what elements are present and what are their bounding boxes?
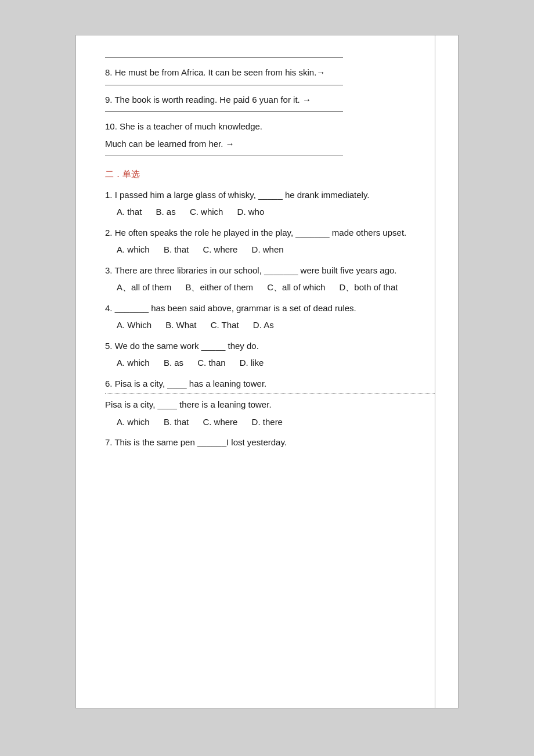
- q8-text: 8. He must be from Africa. It can be see…: [105, 65, 435, 80]
- mc2-option-a: A. which: [117, 242, 150, 257]
- mc2-text: 2. He often speaks the role he played in…: [105, 225, 435, 240]
- mc6-option-b: B. that: [164, 415, 189, 430]
- q9-line: [105, 111, 343, 112]
- mc-question-2: 2. He often speaks the role he played in…: [105, 225, 435, 257]
- mc5-option-b: B. as: [164, 355, 183, 370]
- mc3-option-a: A、all of them: [117, 280, 171, 295]
- mc3-option-c: C、all of which: [267, 280, 325, 295]
- mc6-line2: Pisa is a city, ____ there is a leaning …: [105, 397, 435, 412]
- mc6-options: A. which B. that C. where D. there: [117, 415, 435, 430]
- mc5-option-d: D. like: [240, 355, 264, 370]
- mc1-option-a: A. that: [117, 204, 142, 219]
- mc-question-7: 7. This is the same pen ______I lost yes…: [105, 435, 435, 450]
- mc-question-6: 6. Pisa is a city, ____ has a leaning to…: [105, 376, 435, 430]
- mc6-dotted-line: [105, 393, 435, 394]
- mc-question-3: 3. There are three libraries in our scho…: [105, 263, 435, 295]
- mc-question-5: 5. We do the same work _____ they do. A.…: [105, 339, 435, 370]
- mc7-text: 7. This is the same pen ______I lost yes…: [105, 435, 435, 450]
- mc4-option-a: A. Which: [117, 318, 151, 333]
- mc6-option-c: C. where: [203, 415, 237, 430]
- mc1-option-d: D. who: [237, 204, 265, 219]
- mc4-option-c: C. That: [211, 318, 239, 333]
- mc4-text: 4. _______ has been said above, grammar …: [105, 301, 435, 316]
- mc4-options: A. Which B. What C. That D. As: [117, 318, 435, 333]
- q10-line1: 10. She is a teacher of much knowledge.: [105, 119, 435, 134]
- mc2-option-c: C. where: [203, 242, 237, 257]
- mc5-option-c: C. than: [197, 355, 225, 370]
- mc3-options: A、all of them B、either of them C、all of …: [117, 280, 435, 295]
- q10-line: [105, 156, 343, 156]
- mc4-option-d: D. As: [253, 318, 274, 333]
- mc3-text: 3. There are three libraries in our scho…: [105, 263, 435, 278]
- right-margin-bar: [435, 35, 458, 708]
- mc-question-4: 4. _______ has been said above, grammar …: [105, 301, 435, 333]
- mc6-option-a: A. which: [117, 415, 150, 430]
- mc3-option-d: D、both of that: [340, 280, 398, 295]
- mc1-option-b: B. as: [156, 204, 176, 219]
- question-10: 10. She is a teacher of much knowledge. …: [105, 119, 435, 156]
- mc3-option-b: B、either of them: [185, 280, 253, 295]
- mc2-options: A. which B. that C. where D. when: [117, 242, 435, 257]
- mc4-option-b: B. What: [165, 318, 196, 333]
- mc5-options: A. which B. as C. than D. like: [117, 355, 435, 370]
- mc5-text: 5. We do the same work _____ they do.: [105, 339, 435, 354]
- mc2-option-d: D. when: [252, 242, 284, 257]
- mc-question-1: 1. I passed him a large glass of whisky,…: [105, 188, 435, 219]
- mc2-option-b: B. that: [164, 242, 189, 257]
- mc1-option-c: C. which: [190, 204, 223, 219]
- top-line: [105, 57, 343, 58]
- question-8: 8. He must be from Africa. It can be see…: [105, 65, 435, 85]
- mc1-text: 1. I passed him a large glass of whisky,…: [105, 188, 435, 203]
- section2-title: 二．单选: [105, 167, 435, 182]
- page: 8. He must be from Africa. It can be see…: [75, 35, 459, 708]
- mc1-options: A. that B. as C. which D. who: [117, 204, 435, 219]
- mc6-option-d: D. there: [252, 415, 283, 430]
- mc5-option-a: A. which: [117, 355, 150, 370]
- q10-line2: Much can be learned from her. →: [105, 136, 435, 152]
- question-9: 9. The book is worth reading. He paid 6 …: [105, 92, 435, 113]
- q8-line: [105, 85, 343, 85]
- mc6-line1: 6. Pisa is a city, ____ has a leaning to…: [105, 376, 435, 391]
- q9-text: 9. The book is worth reading. He paid 6 …: [105, 92, 435, 107]
